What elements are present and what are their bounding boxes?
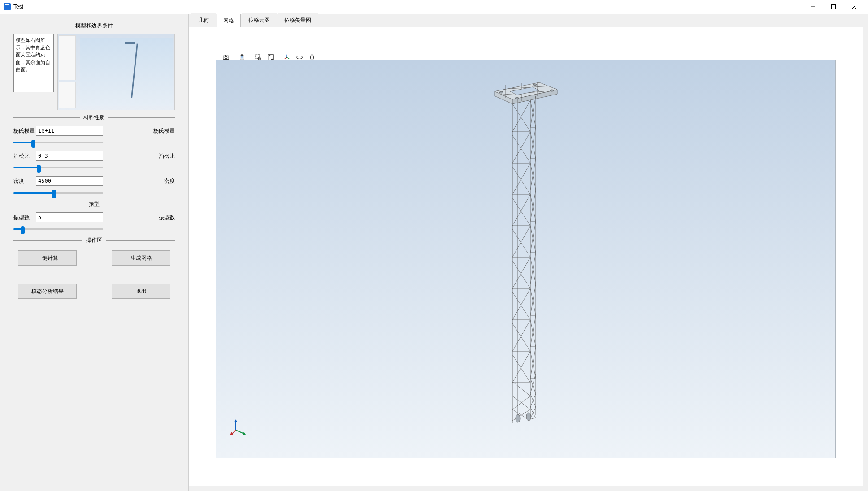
titlebar: Test — [0, 0, 868, 13]
window-controls — [803, 0, 864, 13]
modes-label-right: 振型数 — [141, 214, 175, 221]
svg-line-92 — [512, 351, 530, 383]
section-mode: 振型 — [13, 200, 175, 208]
svg-line-44 — [512, 100, 530, 132]
svg-rect-1 — [5, 5, 9, 9]
svg-rect-8 — [225, 55, 226, 56]
section-ops-label: 操作区 — [82, 237, 106, 244]
modes-input[interactable] — [36, 212, 103, 222]
poisson-slider[interactable] — [13, 164, 103, 172]
svg-point-21 — [286, 57, 287, 58]
youngs-label-left: 杨氏模量 — [13, 127, 36, 135]
svg-point-36 — [550, 90, 554, 91]
svg-line-68 — [512, 226, 530, 257]
svg-rect-10 — [241, 54, 243, 56]
model-description: 模型如右图所示，其中青蓝色面为固定约束面，其余面为自由面。 — [13, 34, 54, 92]
canvas-area — [189, 27, 863, 486]
youngs-row: 杨氏模量 杨氏模量 — [13, 126, 175, 136]
tab-disp-cloud[interactable]: 位移云图 — [242, 13, 277, 27]
app-icon — [4, 3, 11, 10]
poisson-input[interactable] — [36, 151, 103, 161]
svg-point-109 — [516, 414, 520, 422]
svg-rect-3 — [832, 4, 836, 9]
density-input[interactable] — [36, 176, 103, 186]
svg-line-74 — [512, 257, 530, 289]
tab-disp-vec[interactable]: 位移矢量图 — [278, 13, 318, 27]
density-label-left: 密度 — [13, 177, 36, 185]
action-buttons: 一键计算 生成网格 模态分析结果 退出 — [13, 250, 175, 299]
svg-line-73 — [512, 261, 530, 289]
svg-line-56 — [512, 163, 530, 194]
mesh-button[interactable]: 生成网格 — [112, 250, 170, 266]
svg-line-50 — [512, 132, 530, 163]
svg-line-79 — [512, 292, 530, 320]
svg-rect-14 — [256, 55, 260, 59]
youngs-label-right: 杨氏模量 — [135, 127, 175, 135]
svg-line-55 — [512, 167, 530, 194]
svg-point-7 — [225, 56, 227, 59]
svg-line-43 — [512, 104, 530, 132]
svg-point-110 — [526, 413, 531, 421]
svg-line-115 — [236, 430, 244, 434]
close-button[interactable] — [844, 0, 864, 13]
exit-button[interactable]: 退出 — [112, 284, 170, 299]
axes-triad — [230, 418, 248, 435]
svg-line-112 — [530, 418, 536, 419]
content: 模型和边界条件 模型如右图所示，其中青蓝色面为固定约束面，其余面为自由面。 材料… — [0, 13, 868, 491]
minimize-button[interactable] — [803, 0, 823, 13]
svg-line-61 — [512, 198, 530, 226]
section-model-bc-label: 模型和边界条件 — [72, 22, 117, 30]
modes-label-left: 振型数 — [13, 214, 36, 221]
svg-line-98 — [512, 378, 530, 396]
section-material-label: 材料性质 — [80, 114, 108, 121]
poisson-label-left: 泊松比 — [13, 152, 36, 160]
svg-line-97 — [512, 382, 530, 396]
tab-mesh[interactable]: 网格 — [217, 14, 241, 27]
model-row: 模型如右图所示，其中青蓝色面为固定约束面，其余面为自由面。 — [13, 34, 175, 110]
youngs-slider[interactable] — [13, 138, 103, 146]
results-button[interactable]: 模态分析结果 — [18, 284, 77, 299]
window-title: Test — [13, 4, 23, 10]
section-model-bc: 模型和边界条件 — [13, 22, 175, 30]
model-preview[interactable] — [57, 34, 175, 110]
svg-point-35 — [533, 84, 537, 86]
viewport-3d[interactable] — [216, 60, 836, 458]
tabs: 几何 网格 位移云图 位移矢量图 — [189, 14, 868, 27]
poisson-row: 泊松比 泊松比 — [13, 151, 175, 161]
modes-row: 振型数 振型数 — [13, 212, 175, 222]
svg-line-67 — [512, 229, 530, 257]
maximize-button[interactable] — [823, 0, 844, 13]
svg-point-34 — [499, 91, 503, 93]
section-mode-label: 振型 — [85, 200, 103, 208]
tab-geom[interactable]: 几何 — [191, 13, 216, 27]
svg-line-91 — [512, 355, 530, 383]
svg-line-80 — [512, 289, 530, 320]
svg-marker-114 — [234, 419, 237, 422]
svg-point-37 — [515, 97, 519, 99]
tower-mesh — [486, 73, 566, 432]
youngs-input[interactable] — [36, 126, 103, 136]
density-label-right: 密度 — [146, 177, 175, 185]
modes-slider[interactable] — [13, 225, 103, 233]
section-ops: 操作区 — [13, 237, 175, 244]
svg-line-104 — [530, 374, 536, 394]
density-row: 密度 密度 — [13, 176, 175, 186]
svg-line-49 — [512, 135, 530, 163]
svg-line-85 — [512, 323, 530, 351]
section-material: 材料性质 — [13, 114, 175, 121]
sidebar: 模型和边界条件 模型如右图所示，其中青蓝色面为固定约束面，其余面为自由面。 材料… — [0, 14, 188, 491]
main: 几何 网格 位移云图 位移矢量图 — [188, 14, 868, 491]
poisson-label-right: 泊松比 — [141, 152, 175, 160]
svg-line-62 — [512, 194, 530, 226]
compute-button[interactable]: 一键计算 — [18, 250, 77, 266]
svg-point-22 — [297, 56, 302, 59]
density-slider[interactable] — [13, 189, 103, 197]
svg-line-86 — [512, 320, 530, 351]
